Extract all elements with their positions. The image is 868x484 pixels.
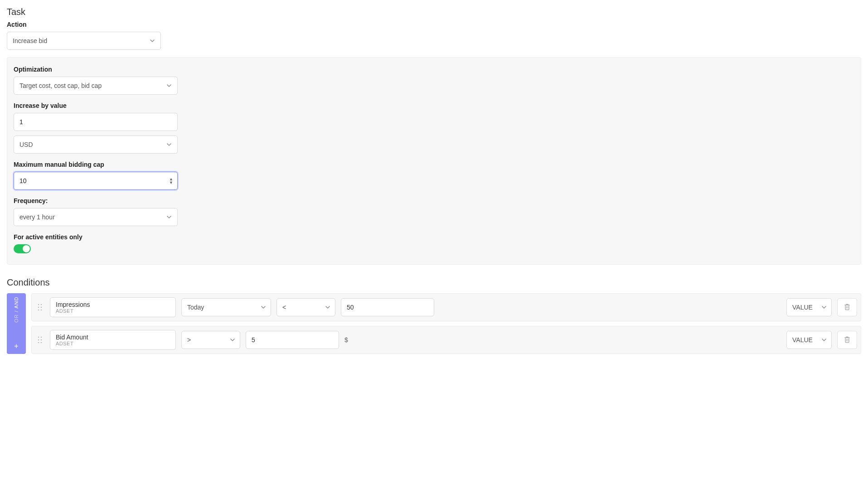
max-cap-input[interactable] bbox=[14, 172, 178, 190]
add-condition-button[interactable]: + bbox=[14, 342, 18, 350]
trash-icon bbox=[844, 303, 851, 312]
svg-point-8 bbox=[38, 339, 39, 341]
task-title: Task bbox=[7, 7, 861, 17]
svg-point-6 bbox=[38, 337, 39, 338]
svg-point-5 bbox=[41, 310, 42, 311]
unit-symbol: $ bbox=[344, 336, 348, 344]
value-type-select[interactable]: VALUE bbox=[786, 331, 832, 349]
chevron-down-icon: ▼ bbox=[169, 181, 173, 184]
chevron-down-icon bbox=[166, 83, 172, 88]
condition-row: Impressions ADSET Today < bbox=[31, 293, 861, 321]
frequency-value: every 1 hour bbox=[19, 213, 55, 221]
svg-point-4 bbox=[38, 310, 39, 311]
optimization-select[interactable]: Target cost, cost cap, bid cap bbox=[14, 77, 178, 95]
optimization-value: Target cost, cost cap, bid cap bbox=[19, 82, 102, 89]
optimization-panel: Optimization Target cost, cost cap, bid … bbox=[7, 57, 861, 265]
operator-select[interactable]: < bbox=[276, 298, 335, 316]
optimization-label: Optimization bbox=[14, 66, 854, 73]
active-only-toggle[interactable] bbox=[14, 244, 31, 253]
condition-value-input[interactable] bbox=[246, 331, 339, 349]
chevron-down-icon bbox=[261, 305, 266, 310]
action-label: Action bbox=[7, 21, 861, 28]
number-stepper[interactable]: ▲ ▼ bbox=[169, 177, 173, 184]
svg-point-3 bbox=[41, 307, 42, 308]
operator-value: > bbox=[187, 336, 191, 344]
chevron-down-icon bbox=[821, 337, 827, 343]
metric-name: Impressions bbox=[56, 301, 170, 308]
chevron-down-icon bbox=[230, 337, 235, 343]
chevron-down-icon bbox=[150, 38, 155, 44]
timeframe-select[interactable]: Today bbox=[181, 298, 271, 316]
increase-by-label: Increase by value bbox=[14, 102, 854, 109]
increase-by-value-input[interactable] bbox=[14, 113, 178, 131]
svg-point-7 bbox=[41, 337, 42, 338]
metric-select[interactable]: Bid Amount ADSET bbox=[50, 330, 176, 350]
action-select[interactable]: Increase bid bbox=[7, 32, 161, 50]
max-cap-label: Maximum manual bidding cap bbox=[14, 161, 854, 168]
action-select-value: Increase bid bbox=[13, 37, 47, 44]
metric-level: ADSET bbox=[56, 308, 170, 314]
drag-handle-icon[interactable] bbox=[35, 336, 44, 344]
frequency-select[interactable]: every 1 hour bbox=[14, 208, 178, 226]
active-only-label: For active entities only bbox=[14, 233, 854, 241]
timeframe-value: Today bbox=[187, 304, 204, 311]
drag-handle-icon[interactable] bbox=[35, 303, 44, 311]
svg-point-10 bbox=[38, 342, 39, 344]
toggle-knob bbox=[23, 245, 30, 252]
value-type-select[interactable]: VALUE bbox=[786, 298, 832, 316]
currency-value: USD bbox=[19, 141, 33, 148]
metric-level: ADSET bbox=[56, 341, 170, 346]
condition-row: Bid Amount ADSET > $ VALUE bbox=[31, 326, 861, 354]
value-type-value: VALUE bbox=[792, 336, 813, 344]
svg-point-1 bbox=[41, 304, 42, 305]
operator-select[interactable]: > bbox=[181, 331, 240, 349]
trash-icon bbox=[844, 336, 851, 344]
value-type-value: VALUE bbox=[792, 304, 813, 311]
chevron-down-icon bbox=[166, 214, 172, 220]
delete-condition-button[interactable] bbox=[837, 298, 857, 316]
chevron-down-icon bbox=[821, 305, 827, 310]
operator-value: < bbox=[282, 304, 286, 311]
svg-point-2 bbox=[38, 307, 39, 308]
svg-point-0 bbox=[38, 304, 39, 305]
svg-point-9 bbox=[41, 339, 42, 341]
task-section: Task Action Increase bid Optimization Ta… bbox=[7, 7, 861, 265]
chevron-down-icon bbox=[325, 305, 330, 310]
delete-condition-button[interactable] bbox=[837, 331, 857, 349]
conditions-section: Conditions OR / AND + Impressions ADSET bbox=[7, 277, 861, 354]
currency-select[interactable]: USD bbox=[14, 136, 178, 154]
logic-slash: / bbox=[14, 310, 19, 312]
logic-or: OR bbox=[14, 314, 19, 323]
svg-point-11 bbox=[41, 342, 42, 344]
frequency-label: Frequency: bbox=[14, 197, 854, 204]
logic-operator-bar[interactable]: OR / AND + bbox=[7, 293, 26, 354]
conditions-title: Conditions bbox=[7, 277, 861, 288]
logic-and: AND bbox=[14, 297, 19, 309]
metric-name: Bid Amount bbox=[56, 334, 170, 341]
metric-select[interactable]: Impressions ADSET bbox=[50, 297, 176, 317]
chevron-down-icon bbox=[166, 142, 172, 147]
condition-value-input[interactable] bbox=[341, 298, 434, 316]
